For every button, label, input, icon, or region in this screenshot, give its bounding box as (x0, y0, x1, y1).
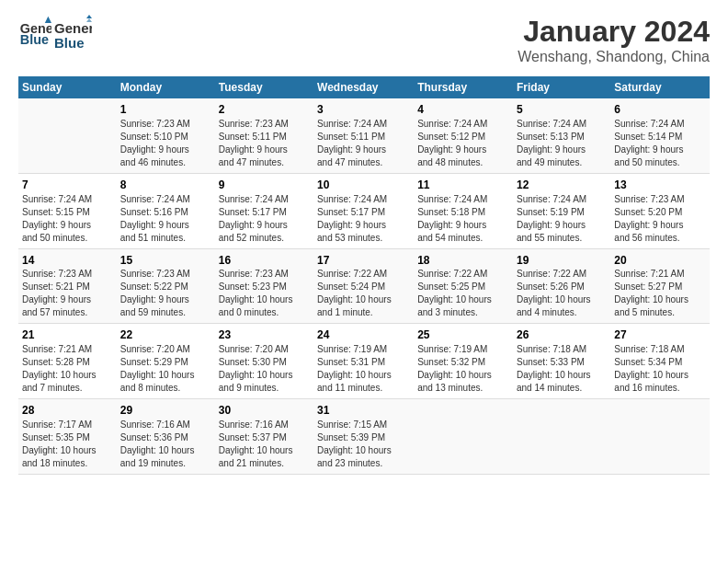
cell-content: Sunrise: 7:19 AM Sunset: 5:31 PM Dayligh… (317, 343, 410, 395)
calendar-cell: 21Sunrise: 7:21 AM Sunset: 5:28 PM Dayli… (18, 324, 117, 399)
day-number: 28 (22, 403, 113, 419)
cell-content: Sunrise: 7:18 AM Sunset: 5:34 PM Dayligh… (614, 343, 706, 395)
logo-icon: General Blue (18, 15, 51, 48)
cell-content: Sunrise: 7:20 AM Sunset: 5:29 PM Dayligh… (120, 343, 211, 395)
day-number: 1 (120, 102, 211, 118)
day-number: 17 (317, 253, 410, 269)
column-header-sunday: Sunday (18, 76, 117, 98)
calendar-cell: 19Sunrise: 7:22 AM Sunset: 5:26 PM Dayli… (513, 248, 610, 324)
calendar-cell: 11Sunrise: 7:24 AM Sunset: 5:18 PM Dayli… (414, 173, 513, 248)
column-header-saturday: Saturday (610, 76, 710, 98)
calendar-cell: 24Sunrise: 7:19 AM Sunset: 5:31 PM Dayli… (313, 324, 414, 399)
cell-content: Sunrise: 7:20 AM Sunset: 5:30 PM Dayligh… (219, 343, 310, 395)
calendar-header-row: SundayMondayTuesdayWednesdayThursdayFrid… (18, 76, 710, 98)
calendar-cell: 12Sunrise: 7:24 AM Sunset: 5:19 PM Dayli… (513, 173, 610, 248)
day-number: 22 (120, 327, 211, 343)
week-row-2: 7Sunrise: 7:24 AM Sunset: 5:15 PM Daylig… (18, 173, 710, 248)
cell-content: Sunrise: 7:21 AM Sunset: 5:28 PM Dayligh… (22, 343, 113, 395)
calendar-cell: 17Sunrise: 7:22 AM Sunset: 5:24 PM Dayli… (313, 248, 414, 324)
day-number: 25 (417, 327, 509, 343)
day-number: 3 (317, 102, 410, 118)
day-number: 21 (22, 327, 113, 343)
day-number: 2 (219, 102, 310, 118)
cell-content: Sunrise: 7:22 AM Sunset: 5:24 PM Dayligh… (317, 268, 410, 319)
calendar-cell: 26Sunrise: 7:18 AM Sunset: 5:33 PM Dayli… (513, 324, 610, 399)
day-number: 6 (614, 102, 706, 118)
calendar-cell: 7Sunrise: 7:24 AM Sunset: 5:15 PM Daylig… (18, 173, 117, 248)
svg-text:Blue: Blue (54, 35, 85, 51)
day-number: 15 (120, 253, 211, 269)
cell-content: Sunrise: 7:24 AM Sunset: 5:17 PM Dayligh… (219, 193, 310, 245)
cell-content: Sunrise: 7:24 AM Sunset: 5:15 PM Dayligh… (22, 193, 113, 245)
calendar-cell: 14Sunrise: 7:23 AM Sunset: 5:21 PM Dayli… (18, 248, 117, 324)
svg-text:General: General (54, 20, 92, 36)
calendar-cell: 28Sunrise: 7:17 AM Sunset: 5:35 PM Dayli… (18, 399, 117, 475)
day-number: 27 (614, 327, 706, 343)
calendar-cell: 6Sunrise: 7:24 AM Sunset: 5:14 PM Daylig… (610, 98, 710, 173)
calendar-cell: 15Sunrise: 7:23 AM Sunset: 5:22 PM Dayli… (117, 248, 215, 324)
cell-content: Sunrise: 7:24 AM Sunset: 5:19 PM Dayligh… (517, 193, 607, 245)
week-row-3: 14Sunrise: 7:23 AM Sunset: 5:21 PM Dayli… (18, 248, 710, 324)
day-number: 8 (120, 178, 211, 193)
cell-content: Sunrise: 7:24 AM Sunset: 5:14 PM Dayligh… (614, 118, 706, 169)
cell-content: Sunrise: 7:24 AM Sunset: 5:16 PM Dayligh… (120, 193, 211, 245)
logo-text-block: General Blue (53, 15, 92, 53)
location: Wenshang, Shandong, China (518, 49, 710, 65)
calendar-cell: 16Sunrise: 7:23 AM Sunset: 5:23 PM Dayli… (215, 248, 313, 324)
calendar-cell: 3Sunrise: 7:24 AM Sunset: 5:11 PM Daylig… (313, 98, 414, 173)
cell-content: Sunrise: 7:15 AM Sunset: 5:39 PM Dayligh… (317, 419, 410, 470)
month-title: January 2024 (518, 15, 710, 49)
cell-content: Sunrise: 7:23 AM Sunset: 5:21 PM Dayligh… (22, 268, 113, 319)
cell-content: Sunrise: 7:24 AM Sunset: 5:17 PM Dayligh… (317, 193, 410, 245)
calendar-cell: 10Sunrise: 7:24 AM Sunset: 5:17 PM Dayli… (313, 173, 414, 248)
column-header-thursday: Thursday (414, 76, 513, 98)
cell-content: Sunrise: 7:24 AM Sunset: 5:12 PM Dayligh… (417, 118, 509, 169)
calendar-cell: 2Sunrise: 7:23 AM Sunset: 5:11 PM Daylig… (215, 98, 313, 173)
calendar-cell: 4Sunrise: 7:24 AM Sunset: 5:12 PM Daylig… (414, 98, 513, 173)
calendar-cell: 18Sunrise: 7:22 AM Sunset: 5:25 PM Dayli… (414, 248, 513, 324)
cell-content: Sunrise: 7:22 AM Sunset: 5:25 PM Dayligh… (417, 268, 509, 319)
day-number: 12 (517, 178, 607, 193)
header: General Blue General Blue January 2024 W… (18, 15, 710, 65)
calendar-cell: 20Sunrise: 7:21 AM Sunset: 5:27 PM Dayli… (610, 248, 710, 324)
svg-marker-2 (45, 17, 51, 23)
calendar-cell (414, 399, 513, 475)
calendar-cell (513, 399, 610, 475)
logo-svg: General Blue (53, 15, 92, 53)
day-number: 14 (22, 253, 113, 269)
column-header-wednesday: Wednesday (313, 76, 414, 98)
cell-content: Sunrise: 7:24 AM Sunset: 5:18 PM Dayligh… (417, 193, 509, 245)
calendar-cell: 25Sunrise: 7:19 AM Sunset: 5:32 PM Dayli… (414, 324, 513, 399)
cell-content: Sunrise: 7:22 AM Sunset: 5:26 PM Dayligh… (517, 268, 607, 319)
cell-content: Sunrise: 7:16 AM Sunset: 5:36 PM Dayligh… (120, 419, 211, 470)
week-row-4: 21Sunrise: 7:21 AM Sunset: 5:28 PM Dayli… (18, 324, 710, 399)
day-number: 18 (417, 253, 509, 269)
calendar-cell: 29Sunrise: 7:16 AM Sunset: 5:36 PM Dayli… (117, 399, 215, 475)
cell-content: Sunrise: 7:23 AM Sunset: 5:23 PM Dayligh… (219, 268, 310, 319)
cell-content: Sunrise: 7:24 AM Sunset: 5:13 PM Dayligh… (517, 118, 607, 169)
day-number: 29 (120, 403, 211, 419)
calendar-cell: 22Sunrise: 7:20 AM Sunset: 5:29 PM Dayli… (117, 324, 215, 399)
cell-content: Sunrise: 7:18 AM Sunset: 5:33 PM Dayligh… (517, 343, 607, 395)
calendar-cell: 27Sunrise: 7:18 AM Sunset: 5:34 PM Dayli… (610, 324, 710, 399)
calendar-cell (18, 98, 117, 173)
title-block: January 2024 Wenshang, Shandong, China (518, 15, 710, 65)
column-header-monday: Monday (117, 76, 215, 98)
svg-text:Blue: Blue (20, 32, 49, 47)
calendar-cell: 5Sunrise: 7:24 AM Sunset: 5:13 PM Daylig… (513, 98, 610, 173)
day-number: 20 (614, 253, 706, 269)
page-container: General Blue General Blue January 2024 W… (0, 0, 728, 484)
calendar-cell: 23Sunrise: 7:20 AM Sunset: 5:30 PM Dayli… (215, 324, 313, 399)
day-number: 31 (317, 403, 410, 419)
day-number: 16 (219, 253, 310, 269)
day-number: 4 (417, 102, 509, 118)
cell-content: Sunrise: 7:17 AM Sunset: 5:35 PM Dayligh… (22, 419, 113, 470)
cell-content: Sunrise: 7:23 AM Sunset: 5:11 PM Dayligh… (219, 118, 310, 169)
day-number: 9 (219, 178, 310, 193)
day-number: 11 (417, 178, 509, 193)
cell-content: Sunrise: 7:24 AM Sunset: 5:11 PM Dayligh… (317, 118, 410, 169)
calendar-cell: 1Sunrise: 7:23 AM Sunset: 5:10 PM Daylig… (117, 98, 215, 173)
day-number: 30 (219, 403, 310, 419)
cell-content: Sunrise: 7:21 AM Sunset: 5:27 PM Dayligh… (614, 268, 706, 319)
cell-content: Sunrise: 7:23 AM Sunset: 5:20 PM Dayligh… (614, 193, 706, 245)
